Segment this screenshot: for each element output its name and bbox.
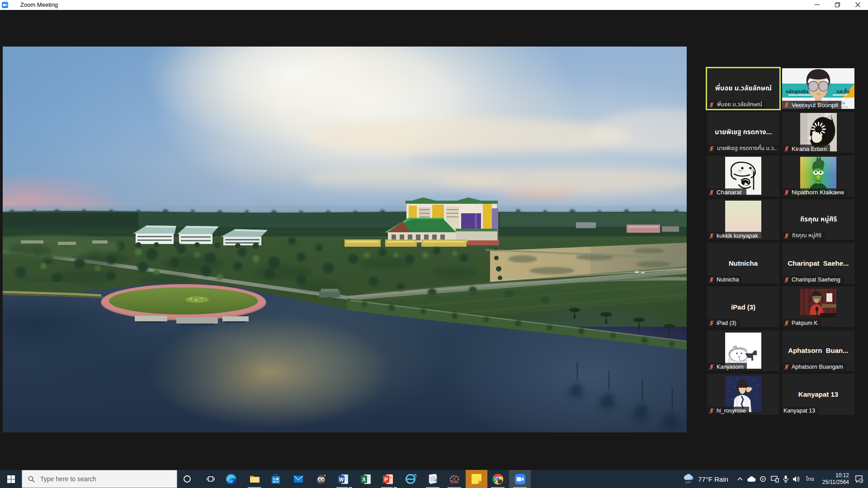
svg-text:4: 4	[860, 479, 863, 483]
svg-text:W: W	[339, 477, 344, 482]
svg-text:X: X	[362, 477, 366, 482]
svg-text:P: P	[384, 477, 387, 482]
